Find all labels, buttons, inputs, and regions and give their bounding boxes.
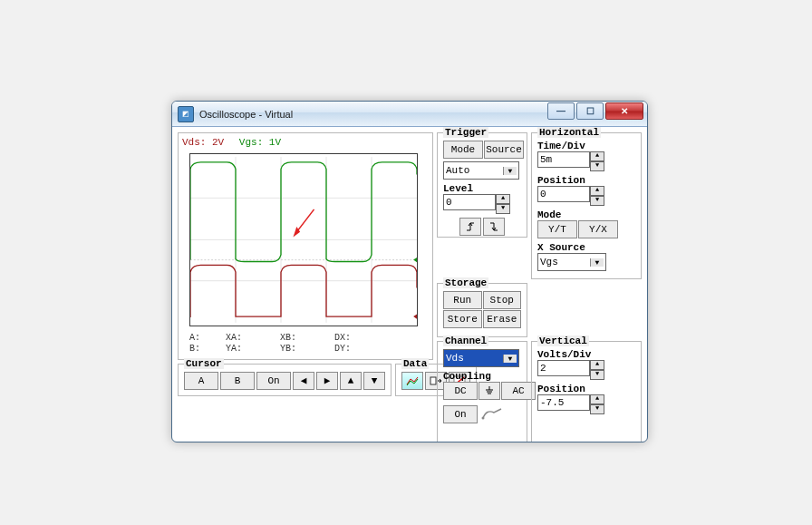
scope-legend: Vds: 2V Vgs: 1V (182, 137, 429, 150)
channel-select[interactable]: Vds▼ (443, 349, 519, 367)
trigger-rising-icon[interactable] (459, 218, 481, 236)
cursor-b-button[interactable]: B (220, 372, 255, 390)
app-window: ◩ Oscilloscope - Virtual — ☐ ✕ Vds: 2V V… (171, 101, 648, 442)
cursor-readout: A:XA:XB:DX: B:YA:YB:DY: (189, 333, 418, 354)
time-div-input[interactable]: ▲▼ (537, 151, 635, 171)
trigger-falling-icon[interactable] (483, 218, 505, 236)
horizontal-group: Horizontal Time/Div ▲▼ Position ▲▼ Mode … (531, 132, 642, 279)
trigger-mode-select[interactable]: Auto▼ (443, 161, 519, 180)
annotation-arrow (293, 209, 314, 238)
horiz-position-input[interactable]: ▲▼ (537, 186, 635, 206)
close-button[interactable]: ✕ (605, 102, 643, 120)
cursor-right-button[interactable]: ▶ (316, 372, 338, 390)
svg-point-19 (482, 416, 485, 419)
app-icon: ◩ (178, 106, 194, 122)
window-title: Oscilloscope - Virtual (199, 109, 293, 120)
trigger-source-tab[interactable]: Source (484, 141, 524, 159)
x-source-select[interactable]: Vgs▼ (537, 253, 606, 271)
horiz-mode-yx[interactable]: Y/X (578, 220, 618, 238)
storage-erase-button[interactable]: Erase (483, 310, 522, 328)
cursor-a-button[interactable]: A (184, 372, 218, 390)
svg-line-8 (296, 209, 314, 232)
channel-on-button[interactable]: On (443, 405, 478, 423)
trigger-level-input[interactable]: ▲▼ (443, 194, 521, 214)
maximize-button[interactable]: ☐ (576, 102, 604, 120)
cursor-up-button[interactable]: ▲ (340, 372, 362, 390)
storage-group: Storage Run Stop Store Erase (437, 283, 527, 337)
svg-rect-12 (430, 377, 436, 384)
probe-icon[interactable] (481, 407, 503, 423)
oscilloscope-display: Vds: 2V Vgs: 1V (178, 132, 433, 360)
titlebar[interactable]: ◩ Oscilloscope - Virtual — ☐ ✕ (172, 102, 647, 127)
svg-marker-10 (413, 257, 417, 264)
channel-group: Channel Vds▼ Coupling DC AC On (437, 341, 527, 442)
plot-area[interactable] (189, 153, 418, 326)
trigger-mode-tab[interactable]: Mode (443, 141, 483, 159)
storage-stop-button[interactable]: Stop (483, 291, 522, 309)
vert-position-input[interactable]: ▲▼ (537, 394, 635, 414)
cursor-down-button[interactable]: ▼ (363, 372, 385, 390)
cursor-left-button[interactable]: ◀ (293, 372, 314, 390)
svg-marker-11 (413, 313, 417, 320)
data-chart-icon[interactable] (401, 372, 423, 390)
vertical-group: Vertical Volts/Div ▲▼ Position ▲▼ (531, 341, 642, 442)
storage-store-button[interactable]: Store (443, 310, 482, 328)
waveform-svg (190, 154, 417, 326)
cursor-group: Cursor A B On ◀ ▶ ▲ ▼ (178, 364, 392, 396)
cursor-on-button[interactable]: On (256, 372, 291, 390)
volts-div-input[interactable]: ▲▼ (537, 360, 635, 380)
trigger-group: Trigger Mode Source Auto▼ Level ▲▼ (437, 132, 527, 238)
coupling-dc-button[interactable]: DC (443, 382, 478, 400)
horiz-mode-yt[interactable]: Y/T (537, 220, 577, 238)
storage-run-button[interactable]: Run (443, 291, 482, 309)
minimize-button[interactable]: — (547, 102, 575, 120)
coupling-gnd-button[interactable] (478, 382, 500, 400)
